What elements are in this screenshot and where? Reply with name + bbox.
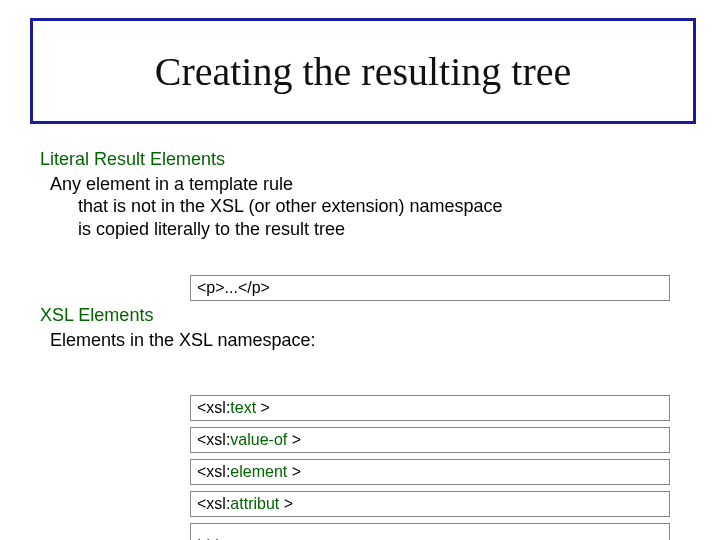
- section2-line1: Elements in the XSL namespace:: [50, 329, 680, 352]
- code-pre: <xsl:: [197, 431, 230, 448]
- code-pre: . . .: [197, 527, 219, 540]
- code-kw: value-of: [230, 431, 287, 448]
- code-xsl-attribut: <xsl:attribut >: [190, 491, 670, 517]
- code-literal: <p>...</p>: [190, 275, 670, 301]
- section1-line3: is copied literally to the result tree: [78, 218, 680, 241]
- code-pre: <xsl:: [197, 463, 230, 480]
- code-xsl-text: <xsl:text >: [190, 395, 670, 421]
- code-pre: <xsl:: [197, 495, 230, 512]
- code-post: >: [279, 495, 293, 512]
- code-pre: <xsl:: [197, 399, 230, 416]
- code-xsl-valueof: <xsl:value-of >: [190, 427, 670, 453]
- code-post: >: [287, 463, 301, 480]
- code-kw: attribut: [230, 495, 279, 512]
- code-block-1: <p>...</p>: [190, 275, 670, 307]
- section2-head: XSL Elements: [40, 304, 680, 327]
- section1-line2: that is not in the XSL (or other extensi…: [78, 195, 680, 218]
- content-area: Literal Result Elements Any element in a…: [40, 148, 680, 351]
- code-ellipsis: . . .: [190, 523, 670, 540]
- slide-title: Creating the resulting tree: [155, 48, 572, 95]
- title-box: Creating the resulting tree: [30, 18, 696, 124]
- code-xsl-element: <xsl:element >: [190, 459, 670, 485]
- code-post: >: [287, 431, 301, 448]
- section1-line1: Any element in a template rule: [50, 173, 680, 196]
- section1-head: Literal Result Elements: [40, 148, 680, 171]
- code-block-2: <xsl:text > <xsl:value-of > <xsl:element…: [190, 395, 670, 540]
- code-kw: element: [230, 463, 287, 480]
- code-post: >: [256, 399, 270, 416]
- code-kw: text: [230, 399, 256, 416]
